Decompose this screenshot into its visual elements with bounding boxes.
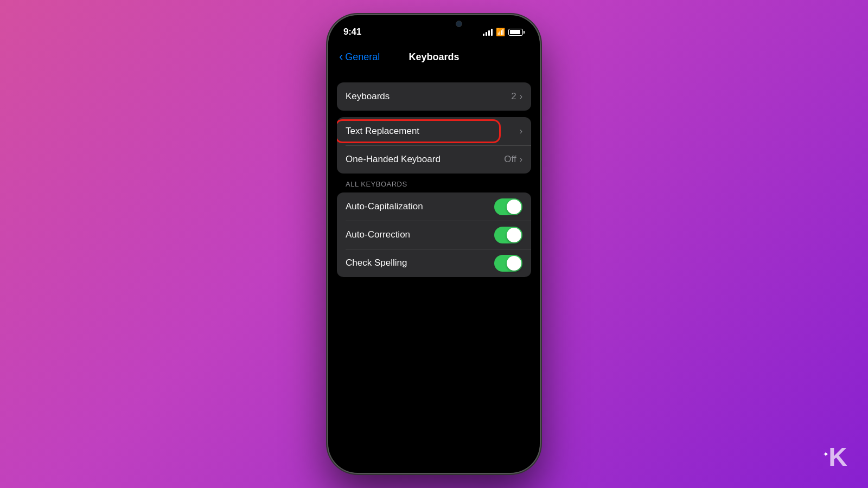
all-keyboards-group: Auto-Capitalization Auto-Correction [337,192,531,277]
text-replacement-chevron-icon: › [520,126,522,136]
keyboards-chevron-icon: › [520,92,522,101]
status-time: 9:41 [343,27,361,37]
keyboards-row[interactable]: Keyboards 2 › [337,82,531,111]
auto-correction-row[interactable]: Auto-Correction [337,221,531,249]
back-label: General [345,52,380,63]
watermark: ✦K [823,442,846,472]
camera-dot [456,21,462,27]
auto-capitalization-label: Auto-Capitalization [346,201,423,212]
toggle-knob-3 [507,256,521,271]
text-replacement-right: › [520,126,522,136]
keyboards-group: Keyboards 2 › [337,82,531,111]
one-handed-keyboard-right: Off › [504,154,522,165]
all-keyboards-header: ALL KEYBOARDS [337,180,531,192]
keyboards-label: Keyboards [346,91,390,102]
back-chevron-icon: ‹ [339,51,343,63]
settings-content: Keyboards 2 › Text Replacement › [328,72,540,473]
toggle-knob-2 [507,228,521,242]
check-spelling-row[interactable]: Check Spelling [337,249,531,277]
notch [391,15,477,31]
keyboards-count: 2 [511,91,516,102]
signal-icon [483,28,493,36]
screen: 9:41 📶 [328,15,540,473]
toggle-knob [507,200,521,214]
check-spelling-toggle[interactable] [494,255,522,272]
text-replacement-row[interactable]: Text Replacement › [337,117,531,145]
wifi-icon: 📶 [496,28,505,36]
one-handed-keyboard-chevron-icon: › [520,155,522,164]
back-button[interactable]: ‹ General [339,51,380,63]
text-replacement-label: Text Replacement [346,126,419,137]
one-handed-keyboard-label: One-Handed Keyboard [346,154,441,165]
page-title: Keyboards [409,52,459,63]
auto-correction-label: Auto-Correction [346,229,410,240]
check-spelling-label: Check Spelling [346,258,407,268]
one-handed-keyboard-value: Off [504,154,516,165]
all-keyboards-section: ALL KEYBOARDS Auto-Capitalization Auto-C… [337,180,531,277]
text-replacement-group: Text Replacement › One-Handed Keyboard O… [337,117,531,174]
auto-capitalization-row[interactable]: Auto-Capitalization [337,192,531,221]
battery-icon [508,29,525,36]
nav-bar: ‹ General Keyboards [328,42,540,72]
keyboards-value-area: 2 › [511,91,522,102]
auto-capitalization-toggle[interactable] [494,198,522,215]
phone-frame: 9:41 📶 [328,15,540,473]
auto-correction-toggle[interactable] [494,227,522,243]
status-icons: 📶 [483,28,525,36]
one-handed-keyboard-row[interactable]: One-Handed Keyboard Off › [337,145,531,174]
